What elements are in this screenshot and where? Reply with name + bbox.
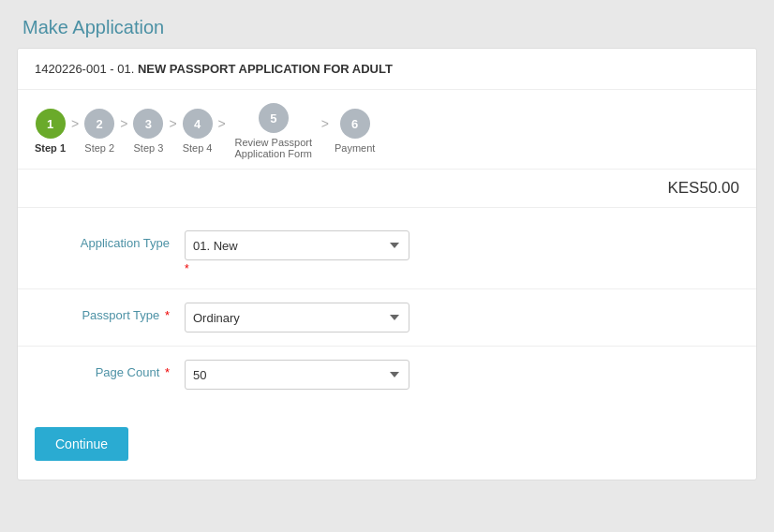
step-3-circle: 3 <box>133 109 163 139</box>
step-3: 3 Step 3 <box>133 109 163 154</box>
step-5-circle: 5 <box>259 103 289 133</box>
page-count-row: Page Count * 32 48 50 <box>18 347 756 403</box>
step-6-circle: 6 <box>340 109 370 139</box>
page-count-select[interactable]: 32 48 50 <box>185 360 409 390</box>
application-type-label: Application Type <box>35 230 185 250</box>
step-4-label: Step 4 <box>183 142 213 154</box>
step-1: 1 Step 1 <box>35 109 66 154</box>
app-label-name: NEW PASSPORT APPLICATION FOR ADULT <box>134 62 393 76</box>
step-arrow-4: > <box>218 116 226 146</box>
page-count-label: Page Count * <box>35 360 185 379</box>
step-arrow-2: > <box>120 116 127 146</box>
page-header: Make Application <box>0 0 774 48</box>
application-type-control-wrap: 01. New 02. Renewal 03. Lost * <box>185 230 409 275</box>
passport-type-required-star: * <box>165 308 170 322</box>
page-title: Make Application <box>22 17 752 38</box>
step-1-circle: 1 <box>36 109 66 139</box>
main-card: 1420226-001 - 01. NEW PASSPORT APPLICATI… <box>17 48 757 480</box>
steps-bar: 1 Step 1 > 2 Step 2 > 3 Step 3 > 4 Step … <box>18 90 756 170</box>
price-bar: KES50.00 <box>18 170 756 208</box>
application-type-select[interactable]: 01. New 02. Renewal 03. Lost <box>185 230 409 260</box>
step-arrow-5: > <box>321 116 329 146</box>
application-type-row: Application Type 01. New 02. Renewal 03.… <box>18 217 756 289</box>
step-2: 2 Step 2 <box>84 109 114 154</box>
step-2-label: Step 2 <box>84 142 114 154</box>
page-count-control-wrap: 32 48 50 <box>185 360 409 390</box>
passport-type-label: Passport Type * <box>35 303 185 322</box>
step-arrow-1: > <box>71 116 79 146</box>
app-label-prefix: 1420226-001 - 01. <box>35 62 134 76</box>
step-3-label: Step 3 <box>133 142 163 154</box>
application-type-required: * <box>185 262 409 275</box>
step-arrow-3: > <box>169 116 176 146</box>
step-1-label: Step 1 <box>35 142 66 154</box>
continue-button[interactable]: Continue <box>35 427 128 461</box>
passport-type-select[interactable]: Ordinary Official Diplomatic <box>185 303 409 332</box>
step-5: 5 Review Passport Application Form <box>231 103 316 159</box>
step-5-label: Review Passport Application Form <box>231 137 316 159</box>
passport-type-control-wrap: Ordinary Official Diplomatic <box>185 303 409 332</box>
step-4: 4 Step 4 <box>183 109 213 154</box>
step-4-circle: 4 <box>183 109 213 139</box>
page-count-required-star: * <box>165 365 170 379</box>
form-section: Application Type 01. New 02. Renewal 03.… <box>18 208 756 412</box>
step-6: 6 Payment <box>335 109 375 154</box>
continue-section: Continue <box>18 412 756 480</box>
application-label: 1420226-001 - 01. NEW PASSPORT APPLICATI… <box>18 49 756 90</box>
price-value: KES50.00 <box>667 179 739 197</box>
step-2-circle: 2 <box>84 109 114 139</box>
step-6-label: Payment <box>335 142 375 154</box>
passport-type-row: Passport Type * Ordinary Official Diplom… <box>18 289 756 347</box>
